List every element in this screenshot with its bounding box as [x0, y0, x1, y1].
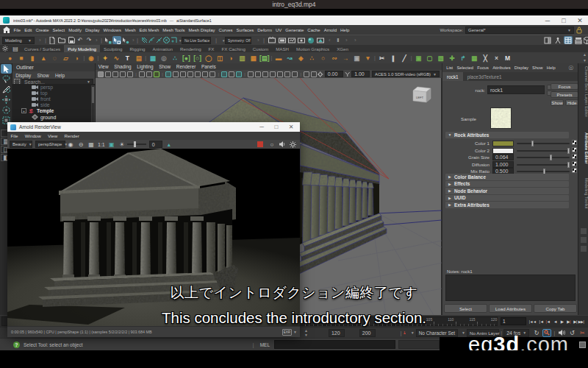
shelf-gear-icon[interactable]: [1, 45, 10, 52]
sidebar-tool-icon[interactable]: [553, 36, 562, 44]
ae-menu-item[interactable]: Focus: [476, 66, 491, 70]
viewport-menu-item[interactable]: Shading: [111, 64, 134, 69]
gamma-icon[interactable]: [345, 71, 351, 77]
rv-shuffle-icon[interactable]: ▦: [87, 141, 96, 149]
shelf-icon[interactable]: ◗: [72, 53, 82, 63]
menu-item[interactable]: Deform: [256, 28, 274, 32]
section-effects[interactable]: ▶Effects: [445, 181, 569, 188]
lock-icon[interactable]: [576, 26, 582, 34]
shelf-icon[interactable]: ∥: [388, 53, 398, 63]
shelf-icon[interactable]: ↝: [285, 53, 295, 63]
playback-end-field[interactable]: 200: [359, 329, 376, 337]
ae-tab[interactable]: rock1: [442, 72, 463, 81]
shelf-tab[interactable]: Curves / Surfaces: [21, 45, 64, 52]
render-icon[interactable]: [268, 36, 276, 44]
sidebar-channelbox-icon[interactable]: [564, 36, 573, 44]
vp-joints-icon[interactable]: [236, 71, 242, 77]
rv-region-icon[interactable]: ○: [268, 141, 276, 149]
colorspace-dropdown[interactable]: ACES 1.0 SDR-video (sRGB)▼: [372, 71, 440, 77]
vp-gate-mask-icon[interactable]: [270, 71, 276, 77]
outliner-menu-item[interactable]: Show: [34, 73, 51, 78]
vp-safe-action-icon[interactable]: [284, 71, 290, 77]
shelf-icon[interactable]: |: [82, 55, 85, 60]
section-rock-attributes[interactable]: ▼Rock Attributes: [445, 132, 569, 138]
shelf-icon[interactable]: ▱: [61, 53, 71, 63]
view-cube-label[interactable]: LEFT: [416, 96, 424, 99]
shelf-icon[interactable]: ▦: [148, 53, 157, 63]
aov-dropdown[interactable]: Beauty▼: [10, 141, 32, 148]
gamma-field[interactable]: 1.00: [351, 71, 370, 77]
viewport-menu-item[interactable]: Lighting: [134, 64, 156, 69]
arnold-close-button[interactable]: ✕: [284, 124, 298, 130]
rv-aov-save-icon[interactable]: ▴: [165, 141, 173, 149]
rv-notify-icon[interactable]: [278, 141, 287, 149]
menu-item[interactable]: Windows: [101, 28, 123, 32]
shelf-icon[interactable]: ∴: [307, 53, 317, 63]
outliner-panel-tab[interactable]: Outliner: [12, 63, 95, 71]
mel-label[interactable]: MEL: [256, 342, 274, 347]
outliner-menu-item[interactable]: Display: [12, 73, 34, 78]
shelf-icon[interactable]: ▣: [352, 53, 362, 63]
expand-toggle[interactable]: +: [21, 108, 26, 113]
new-scene-icon[interactable]: [48, 36, 57, 44]
maximize-button[interactable]: □: [556, 17, 572, 24]
shelf-icon[interactable]: ▢: [425, 53, 434, 63]
shelf-tab[interactable]: FX Caching: [218, 45, 249, 52]
home-icon[interactable]: [3, 26, 10, 33]
shelf-icon[interactable]: ∴: [171, 53, 180, 63]
arnold-menu-item[interactable]: Window: [21, 133, 44, 138]
menu-item[interactable]: Cache: [306, 28, 322, 32]
shelf-icon[interactable]: ✦: [101, 53, 110, 63]
sidebar-modeling-icon[interactable]: [582, 36, 588, 44]
view-cube[interactable]: LEFT: [413, 87, 431, 102]
close-button[interactable]: ✕: [572, 17, 588, 24]
refresh-icon[interactable]: ↺: [567, 329, 576, 337]
menu-item[interactable]: Edit: [23, 28, 34, 32]
arnold-menu-item[interactable]: File: [7, 133, 21, 138]
arnold-minimize-button[interactable]: ─: [254, 124, 269, 130]
vp-lock-camera-icon[interactable]: [105, 71, 111, 77]
pin-icon[interactable]: ☉: [567, 65, 576, 71]
vp-shadows-icon[interactable]: [195, 71, 201, 77]
select-component-icon[interactable]: [121, 36, 130, 44]
arnold-maximize-button[interactable]: □: [269, 124, 284, 130]
menu-item[interactable]: Help: [338, 28, 351, 32]
shelf-icon[interactable]: [○]: [193, 53, 202, 63]
attr-slider[interactable]: [517, 164, 570, 166]
select-hierarchy-icon[interactable]: [104, 36, 112, 44]
outliner-item-front[interactable]: front: [12, 96, 96, 102]
vp-2d-pan-icon[interactable]: [139, 71, 145, 77]
ae-menu-item[interactable]: Attributes: [491, 66, 513, 70]
shelf-icon[interactable]: ∿: [112, 53, 121, 63]
shelf-icon[interactable]: ◉: [86, 53, 96, 63]
shelf-icon[interactable]: ▥: [237, 53, 247, 63]
range-toggle-icon[interactable]: ▲▼: [304, 328, 308, 337]
shelf-icon[interactable]: ○: [318, 53, 328, 63]
rv-gamma-slider[interactable]: [127, 144, 146, 145]
shelf-icon[interactable]: M: [503, 53, 512, 63]
arnold-title-bar[interactable]: Arnold RenderView ─ □ ✕: [7, 122, 300, 132]
texture-map-button[interactable]: [572, 154, 577, 159]
menu-set-dropdown[interactable]: Modeling▼: [2, 37, 35, 44]
open-scene-icon[interactable]: [57, 36, 66, 44]
mel-output[interactable]: [398, 340, 440, 349]
vp-wireframe-icon[interactable]: [165, 71, 171, 77]
color-swatch[interactable]: [492, 141, 514, 146]
section-node-behavior[interactable]: ▶Node Behavior: [445, 188, 569, 194]
sidebar-attr-icon[interactable]: [543, 36, 552, 44]
shelf-icon[interactable]: ×: [492, 53, 501, 63]
rv-gamma-field[interactable]: 0: [149, 141, 162, 148]
vp-greasepencil-icon[interactable]: [154, 71, 159, 77]
shelf-tab[interactable]: FX: [205, 45, 218, 52]
attr-slider[interactable]: [517, 150, 570, 152]
menu-item[interactable]: Curves: [217, 28, 234, 32]
shelf-icon[interactable]: ▬: [273, 53, 283, 63]
texture-map-button[interactable]: [572, 161, 577, 166]
ae-tab[interactable]: place3dTexture1: [463, 72, 506, 81]
presets-button[interactable]: Presets: [551, 91, 578, 98]
arnold-menu-item[interactable]: Render: [61, 133, 82, 138]
shelf-icon[interactable]: ▼: [363, 53, 373, 63]
ae-menu-item[interactable]: List: [445, 66, 455, 70]
outliner-item-ground[interactable]: ground: [12, 114, 96, 120]
lookdev-icon[interactable]: [316, 36, 325, 44]
